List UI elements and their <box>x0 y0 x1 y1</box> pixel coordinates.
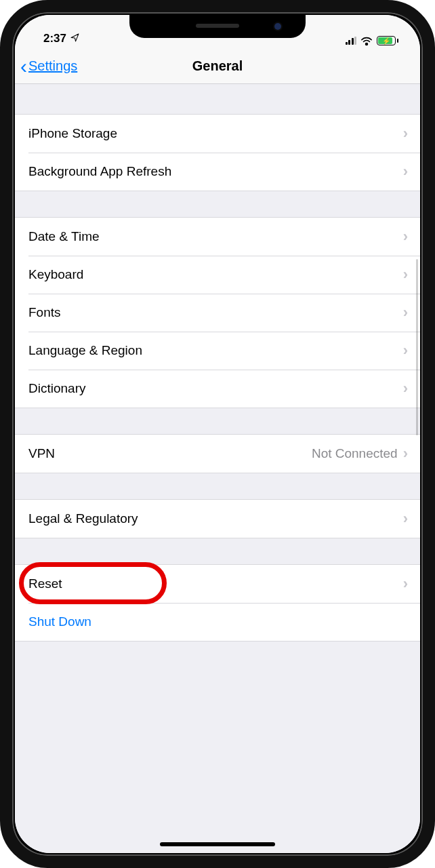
cell-detail: Not Connected <box>312 446 398 461</box>
settings-group: Legal & Regulatory› <box>15 499 420 538</box>
chevron-right-icon: › <box>403 576 408 591</box>
cell-dictionary[interactable]: Dictionary› <box>15 370 420 408</box>
home-indicator[interactable] <box>160 842 275 846</box>
settings-group: Reset›Shut Down <box>15 564 420 642</box>
cell-language-region[interactable]: Language & Region› <box>15 332 420 370</box>
device-frame: 2:37 ⚡ ‹ Settings Gen <box>0 0 435 868</box>
cell-shut-down[interactable]: Shut Down <box>15 603 420 641</box>
chevron-right-icon: › <box>403 446 408 461</box>
cell-label: Dictionary <box>28 381 403 396</box>
chevron-right-icon: › <box>403 511 408 526</box>
wifi-icon <box>360 36 373 45</box>
settings-group: VPNNot Connected› <box>15 434 420 473</box>
cell-label: Reset <box>28 576 403 591</box>
nav-bar: ‹ Settings General <box>15 49 420 84</box>
location-icon <box>70 32 79 45</box>
cell-label: Shut Down <box>28 614 408 629</box>
battery-icon: ⚡ <box>377 36 398 45</box>
chevron-right-icon: › <box>403 164 408 179</box>
group-gap <box>15 473 420 499</box>
chevron-right-icon: › <box>403 267 408 282</box>
cell-label: Date & Time <box>28 229 403 244</box>
group-gap <box>15 191 420 217</box>
scroll-indicator <box>416 259 418 435</box>
speaker-grill <box>196 24 239 28</box>
cell-background-app-refresh[interactable]: Background App Refresh› <box>15 153 420 191</box>
cell-label: VPN <box>28 446 312 461</box>
settings-group: iPhone Storage›Background App Refresh› <box>15 114 420 191</box>
back-label: Settings <box>28 58 77 74</box>
chevron-right-icon: › <box>403 381 408 396</box>
chevron-right-icon: › <box>403 343 408 358</box>
front-camera <box>274 23 281 30</box>
cell-label: iPhone Storage <box>28 126 403 141</box>
cell-label: Fonts <box>28 305 403 320</box>
cell-label: Legal & Regulatory <box>28 511 403 526</box>
cellular-signal-icon <box>346 37 357 45</box>
cell-date-time[interactable]: Date & Time› <box>15 218 420 256</box>
status-time: 2:37 <box>43 32 66 45</box>
chevron-right-icon: › <box>403 229 408 244</box>
group-gap <box>15 84 420 114</box>
cell-label: Background App Refresh <box>28 164 403 179</box>
chevron-right-icon: › <box>403 126 408 141</box>
cell-keyboard[interactable]: Keyboard› <box>15 256 420 294</box>
cell-iphone-storage[interactable]: iPhone Storage› <box>15 115 420 153</box>
cell-label: Language & Region <box>28 343 403 358</box>
screen: 2:37 ⚡ ‹ Settings Gen <box>15 15 420 853</box>
settings-group: Date & Time›Keyboard›Fonts›Language & Re… <box>15 217 420 408</box>
cell-vpn[interactable]: VPNNot Connected› <box>15 435 420 473</box>
cell-fonts[interactable]: Fonts› <box>15 294 420 332</box>
cell-label: Keyboard <box>28 267 403 282</box>
svg-point-0 <box>366 43 368 45</box>
chevron-right-icon: › <box>403 305 408 320</box>
settings-list[interactable]: iPhone Storage›Background App Refresh›Da… <box>15 84 420 853</box>
chevron-left-icon: ‹ <box>20 56 27 77</box>
group-gap <box>15 538 420 564</box>
cell-legal-regulatory[interactable]: Legal & Regulatory› <box>15 500 420 538</box>
page-title: General <box>192 58 243 74</box>
notch <box>129 15 306 38</box>
cell-reset[interactable]: Reset› <box>15 565 420 603</box>
back-button[interactable]: ‹ Settings <box>20 49 77 83</box>
group-gap <box>15 408 420 434</box>
